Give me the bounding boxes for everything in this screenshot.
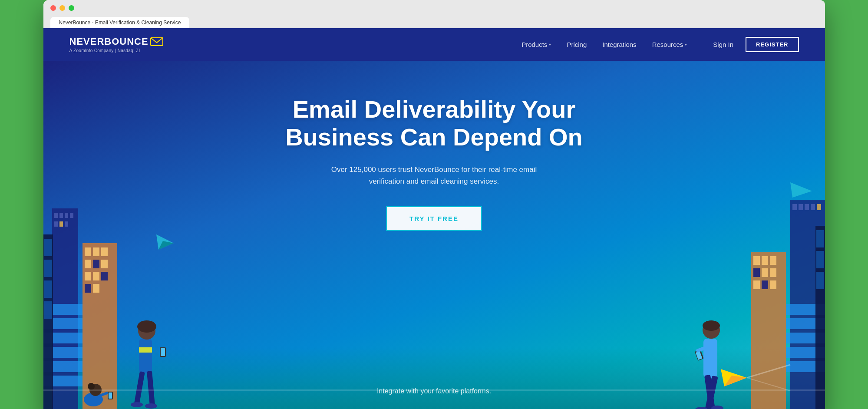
logo-area[interactable]: NEVERBOUNCE A ZoomInfo Company | Nasdaq:… xyxy=(69,36,163,53)
svg-rect-37 xyxy=(109,393,112,399)
svg-rect-75 xyxy=(703,339,717,378)
city-illustration-right xyxy=(677,156,825,409)
svg-rect-14 xyxy=(93,260,99,268)
register-button[interactable]: REGISTER xyxy=(746,37,799,52)
svg-rect-60 xyxy=(753,268,760,277)
nav-link-resources[interactable]: Resources ▾ xyxy=(652,41,687,48)
logo-name: NEVERBOUNCE xyxy=(69,36,149,47)
svg-rect-7 xyxy=(59,221,63,227)
browser-tab-bar: NeverBounce - Email Verification & Clean… xyxy=(50,14,818,28)
svg-rect-8 xyxy=(65,221,68,227)
svg-point-46 xyxy=(131,402,143,407)
svg-rect-51 xyxy=(792,204,797,210)
nav-link-pricing[interactable]: Pricing xyxy=(567,41,587,48)
svg-rect-13 xyxy=(85,260,91,268)
svg-rect-29 xyxy=(44,260,52,277)
svg-rect-4 xyxy=(65,213,68,218)
svg-rect-6 xyxy=(54,221,58,227)
svg-rect-30 xyxy=(44,280,52,298)
hero-title: Email Deliverability Your Business Can D… xyxy=(269,96,599,152)
svg-rect-10 xyxy=(85,247,91,256)
svg-rect-15 xyxy=(101,260,108,268)
city-illustration-left xyxy=(43,156,191,409)
svg-rect-2 xyxy=(54,213,58,218)
products-chevron-icon: ▾ xyxy=(549,42,551,47)
svg-rect-39 xyxy=(139,347,152,353)
nav-item-integrations[interactable]: Integrations xyxy=(602,41,636,48)
hero-content: Email Deliverability Your Business Can D… xyxy=(261,96,608,231)
svg-rect-28 xyxy=(44,239,52,256)
browser-tab[interactable]: NeverBounce - Email Verification & Clean… xyxy=(50,17,190,28)
svg-rect-5 xyxy=(70,213,73,218)
minimize-button[interactable] xyxy=(59,5,65,11)
nav-right: Sign In REGISTER xyxy=(713,37,799,52)
svg-rect-54 xyxy=(811,204,815,210)
svg-rect-17 xyxy=(93,272,99,280)
nav-item-products[interactable]: Products ▾ xyxy=(521,41,551,48)
svg-rect-62 xyxy=(770,268,776,277)
svg-rect-45 xyxy=(147,371,155,406)
integrate-text: Integrate with your favorite platforms. xyxy=(377,387,491,395)
svg-point-41 xyxy=(137,320,156,333)
nav-link-products[interactable]: Products ▾ xyxy=(521,41,551,48)
nav-item-pricing[interactable]: Pricing xyxy=(567,41,587,48)
svg-rect-63 xyxy=(753,280,760,289)
nav-link-integrations[interactable]: Integrations xyxy=(602,41,636,48)
svg-rect-58 xyxy=(762,256,768,265)
svg-point-34 xyxy=(88,383,95,390)
svg-rect-52 xyxy=(799,204,803,210)
svg-rect-73 xyxy=(816,251,824,268)
svg-rect-11 xyxy=(93,247,99,256)
sign-in-link[interactable]: Sign In xyxy=(713,41,733,48)
svg-rect-64 xyxy=(762,280,768,289)
svg-rect-57 xyxy=(753,256,760,265)
svg-rect-19 xyxy=(85,284,91,293)
svg-point-47 xyxy=(145,403,157,409)
svg-rect-38 xyxy=(139,339,152,373)
page: NEVERBOUNCE A ZoomInfo Company | Nasdaq:… xyxy=(43,28,825,409)
hero-subtitle: Over 125,000 users trust NeverBounce for… xyxy=(321,164,547,187)
svg-rect-61 xyxy=(762,268,768,277)
svg-rect-44 xyxy=(134,371,145,406)
logo: NEVERBOUNCE xyxy=(69,36,163,47)
svg-point-77 xyxy=(703,320,720,331)
nav-item-resources[interactable]: Resources ▾ xyxy=(652,41,687,48)
ground-line xyxy=(43,389,825,391)
logo-envelope-icon xyxy=(150,37,163,46)
svg-rect-16 xyxy=(85,272,91,280)
svg-rect-72 xyxy=(816,230,824,247)
svg-rect-31 xyxy=(44,301,52,319)
browser-controls xyxy=(50,5,818,11)
browser-chrome: NeverBounce - Email Verification & Clean… xyxy=(43,0,825,28)
try-it-free-button[interactable]: TRY IT FREE xyxy=(386,206,482,231)
close-button[interactable] xyxy=(50,5,56,11)
hero-section: Email Deliverability Your Business Can D… xyxy=(43,61,825,409)
svg-rect-12 xyxy=(101,247,108,256)
logo-subtitle: A ZoomInfo Company | Nasdaq: ZI xyxy=(69,48,163,53)
svg-rect-55 xyxy=(817,204,821,210)
svg-rect-20 xyxy=(93,284,99,293)
svg-marker-89 xyxy=(790,182,812,198)
svg-rect-3 xyxy=(59,213,63,218)
maximize-button[interactable] xyxy=(69,5,74,11)
svg-rect-53 xyxy=(805,204,809,210)
svg-rect-43 xyxy=(161,348,165,356)
svg-rect-59 xyxy=(770,256,776,265)
navbar: NEVERBOUNCE A ZoomInfo Company | Nasdaq:… xyxy=(43,28,825,61)
browser-window: NeverBounce - Email Verification & Clean… xyxy=(43,0,825,409)
nav-links: Products ▾ Pricing Integrations xyxy=(521,41,687,48)
resources-chevron-icon: ▾ xyxy=(685,42,687,47)
svg-rect-74 xyxy=(816,272,824,289)
svg-rect-18 xyxy=(101,272,108,280)
svg-rect-65 xyxy=(770,280,776,289)
